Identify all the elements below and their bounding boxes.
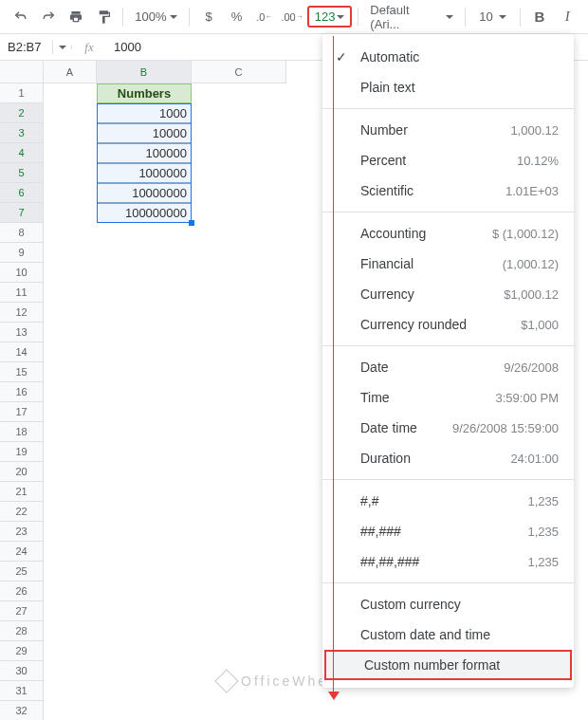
menu-percent[interactable]: Percent10.12% xyxy=(322,145,574,175)
caret-down-icon xyxy=(446,15,453,19)
row-header[interactable]: 22 xyxy=(0,502,44,522)
row-header[interactable]: 13 xyxy=(0,323,44,342)
row-header[interactable]: 31 xyxy=(0,681,44,701)
caret-down-icon xyxy=(59,46,66,49)
row-header[interactable]: 32 xyxy=(0,701,44,720)
caret-down-icon xyxy=(499,15,506,19)
select-all-corner[interactable] xyxy=(0,61,44,83)
row-header[interactable]: 14 xyxy=(0,342,44,362)
menu-separator xyxy=(322,212,574,212)
bold-button[interactable]: B xyxy=(526,5,552,29)
row-header[interactable]: 23 xyxy=(0,522,44,542)
row-header[interactable]: 17 xyxy=(0,402,44,422)
menu-custom-currency[interactable]: Custom currency xyxy=(322,589,574,619)
menu-financial[interactable]: Financial(1,000.12) xyxy=(322,249,574,279)
menu-duration[interactable]: Duration24:01:00 xyxy=(322,443,574,473)
annotation-arrow-head xyxy=(328,692,340,700)
fx-label: fx xyxy=(72,40,106,55)
redo-button[interactable] xyxy=(35,5,61,29)
row-header[interactable]: 21 xyxy=(0,482,44,502)
menu-accounting[interactable]: Accounting$ (1,000.12) xyxy=(322,218,574,249)
menu-separator xyxy=(322,582,574,583)
decrease-decimal-button[interactable]: .0← xyxy=(251,5,277,29)
number-format-menu: ✓Automatic Plain text Number1,000.12 Per… xyxy=(322,34,574,688)
menu-plain-text[interactable]: Plain text xyxy=(322,72,574,102)
column-header-c[interactable]: C xyxy=(192,61,286,83)
row-header[interactable]: 10 xyxy=(0,263,44,283)
undo-button[interactable] xyxy=(8,5,33,29)
currency-button[interactable]: $ xyxy=(195,5,221,29)
menu-separator xyxy=(322,345,574,346)
increase-decimal-button[interactable]: .00→ xyxy=(279,5,304,29)
watermark-icon xyxy=(214,669,238,692)
print-button[interactable] xyxy=(64,5,89,29)
cell-b6[interactable]: 10000000 xyxy=(97,183,192,203)
zoom-selector[interactable]: 100% xyxy=(129,9,183,24)
menu-date[interactable]: Date9/26/2008 xyxy=(322,352,574,382)
row-header[interactable]: 19 xyxy=(0,442,44,462)
row-header[interactable]: 29 xyxy=(0,641,44,661)
caret-down-icon xyxy=(170,15,177,19)
row-header[interactable]: 12 xyxy=(0,303,44,323)
menu-pattern-3[interactable]: ##,##,###1,235 xyxy=(322,546,574,577)
menu-custom-number-format[interactable]: Custom number format xyxy=(324,650,572,680)
row-header[interactable]: 25 xyxy=(0,562,44,582)
column-header-a[interactable]: A xyxy=(44,61,97,83)
row-header[interactable]: 1 xyxy=(0,83,44,103)
row-header[interactable]: 3 xyxy=(0,123,44,143)
name-box-dropdown[interactable] xyxy=(53,46,72,49)
italic-button[interactable]: I xyxy=(555,5,580,29)
row-header[interactable]: 28 xyxy=(0,621,44,641)
annotation-arrow-line xyxy=(333,36,334,693)
cell-b3[interactable]: 10000 xyxy=(97,123,192,143)
row-header[interactable]: 30 xyxy=(0,661,44,681)
row-header[interactable]: 24 xyxy=(0,542,44,562)
cell-b1[interactable]: Numbers xyxy=(97,83,192,103)
caret-down-icon xyxy=(337,15,344,19)
menu-number[interactable]: Number1,000.12 xyxy=(322,115,574,145)
toolbar: 100% $ % .0← .00→ 123 Default (Ari... 10… xyxy=(0,0,588,34)
menu-automatic[interactable]: ✓Automatic xyxy=(322,42,574,72)
more-formats-button[interactable]: 123 xyxy=(307,6,353,28)
menu-scientific[interactable]: Scientific1.01E+03 xyxy=(322,175,574,206)
font-selector[interactable]: Default (Ari... xyxy=(364,3,459,31)
font-size-selector[interactable]: 10 xyxy=(471,9,514,24)
menu-pattern-2[interactable]: ##,###1,235 xyxy=(322,516,574,546)
row-header[interactable]: 16 xyxy=(0,382,44,402)
menu-currency-rounded[interactable]: Currency rounded$1,000 xyxy=(322,309,574,340)
row-header[interactable]: 26 xyxy=(0,582,44,601)
row-header[interactable]: 2 xyxy=(0,103,44,123)
paint-format-button[interactable] xyxy=(91,5,117,29)
menu-custom-datetime[interactable]: Custom date and time xyxy=(322,619,574,650)
row-headers: 1 2 3 4 5 6 7 8 9 10 11 12 13 14 15 16 1… xyxy=(0,83,44,720)
menu-pattern-1[interactable]: #,#1,235 xyxy=(322,486,574,516)
name-box[interactable]: B2:B7 xyxy=(0,40,53,54)
menu-time[interactable]: Time3:59:00 PM xyxy=(322,382,574,413)
row-header[interactable]: 8 xyxy=(0,223,44,243)
row-header[interactable]: 9 xyxy=(0,243,44,263)
cell-b4[interactable]: 100000 xyxy=(97,143,192,163)
menu-datetime[interactable]: Date time9/26/2008 15:59:00 xyxy=(322,413,574,443)
row-header[interactable]: 15 xyxy=(0,362,44,382)
row-header[interactable]: 7 xyxy=(0,203,44,223)
column-header-b[interactable]: B xyxy=(97,61,192,83)
row-header[interactable]: 4 xyxy=(0,143,44,163)
selection-handle[interactable] xyxy=(189,220,194,226)
row-header[interactable]: 6 xyxy=(0,183,44,203)
cell-b5[interactable]: 1000000 xyxy=(97,163,192,183)
menu-separator xyxy=(322,479,574,480)
percent-button[interactable]: % xyxy=(224,5,249,29)
row-header[interactable]: 5 xyxy=(0,163,44,183)
row-header[interactable]: 27 xyxy=(0,601,44,621)
row-header[interactable]: 18 xyxy=(0,422,44,442)
cell-b7[interactable]: 100000000 xyxy=(97,203,192,223)
row-header[interactable]: 11 xyxy=(0,283,44,303)
row-header[interactable]: 20 xyxy=(0,462,44,482)
menu-currency[interactable]: Currency$1,000.12 xyxy=(322,279,574,309)
cell-b2[interactable]: 1000 xyxy=(97,103,192,123)
check-icon: ✓ xyxy=(336,49,347,65)
menu-separator xyxy=(322,108,574,109)
